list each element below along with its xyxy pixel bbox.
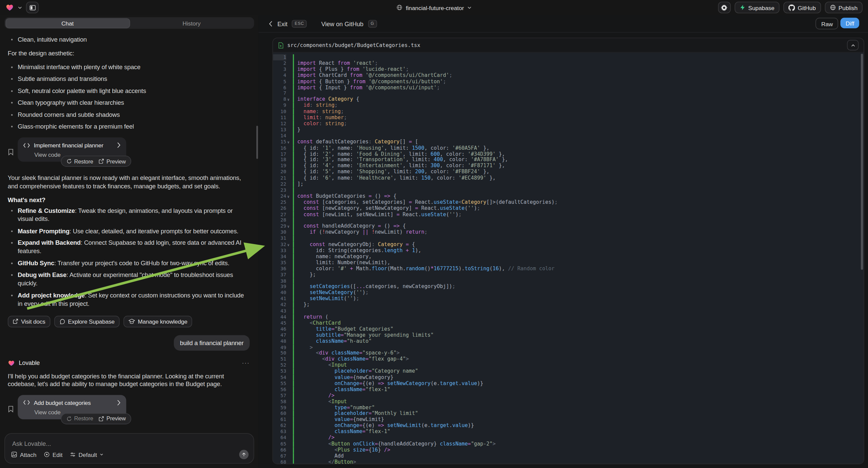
code-icon xyxy=(23,143,30,148)
line-number: 54 xyxy=(273,374,286,380)
bullet-list: Minimalist interface with plenty of whit… xyxy=(8,63,250,130)
code-line: 14 xyxy=(273,133,864,139)
code-text: const [newLimit, setNewLimit] = React.us… xyxy=(294,211,462,217)
fold-chevron-icon[interactable]: ∨ xyxy=(287,224,289,230)
code-line: 19 { id: '4', name: 'Entertainment', lim… xyxy=(273,163,864,169)
code-change-card[interactable]: Add budget categoriesView codeRestorePre… xyxy=(18,395,126,419)
restore-button[interactable]: Restore xyxy=(66,416,93,422)
lovable-heart-logo-icon[interactable] xyxy=(6,3,14,12)
code-panel: Exit esc View on GitHub G Raw Diff src/c… xyxy=(259,15,868,468)
chevron-left-icon[interactable] xyxy=(269,21,273,27)
line-number: 13 xyxy=(273,127,286,133)
file-header[interactable]: src/components/budget/BudgetCategories.t… xyxy=(273,38,864,53)
line-number: 9 xyxy=(273,103,286,109)
chat-panel: ChatHistory Clean, intuitive navigationF… xyxy=(0,15,259,468)
code-change-card[interactable]: Implement financial plannerView codeRest… xyxy=(18,137,126,162)
code-text xyxy=(294,236,297,242)
line-number: 44 xyxy=(273,314,286,320)
code-text: }; xyxy=(294,302,310,308)
file-path: src/components/budget/BudgetCategories.t… xyxy=(287,42,420,48)
chat-heading: What's next? xyxy=(8,197,250,203)
arrow-up-icon xyxy=(241,452,246,457)
bullet-list: Refine & Customize: Tweak the design, an… xyxy=(8,206,250,308)
line-number: 34 xyxy=(273,254,286,260)
project-selector[interactable]: financial-future-creator xyxy=(396,0,471,15)
line-number: 60 xyxy=(273,411,286,417)
code-line: 37 }; xyxy=(273,272,864,278)
list-item-text: Clean typography with clear hierarchies xyxy=(18,99,124,107)
heart-icon xyxy=(8,359,15,366)
line-number: 59 xyxy=(273,405,286,411)
bookmark-icon[interactable] xyxy=(8,142,14,162)
globe-icon xyxy=(396,4,402,10)
chip-manage-knowledge[interactable]: Manage knowledge xyxy=(123,316,192,327)
tab-history[interactable]: History xyxy=(130,18,253,28)
mode-selector[interactable]: Default xyxy=(70,451,104,458)
code-text xyxy=(294,133,297,139)
chat-scrollbar[interactable] xyxy=(256,126,258,159)
line-number: 33 xyxy=(273,248,286,254)
bullet-dot-icon xyxy=(11,274,13,276)
message-menu-button[interactable]: ··· xyxy=(242,359,250,366)
send-button[interactable] xyxy=(239,450,249,459)
line-number: 4 xyxy=(273,72,286,79)
toggle-sidebar-button[interactable] xyxy=(26,2,39,13)
chip-label: Manage knowledge xyxy=(138,318,188,325)
code-text: color: '#' + Math.floor(Math.random()*16… xyxy=(294,266,555,272)
fold-chevron-icon[interactable]: ∨ xyxy=(287,194,289,200)
line-number: 63 xyxy=(273,429,286,435)
edit-label: Edit xyxy=(52,451,62,458)
restore-button[interactable]: Restore xyxy=(66,158,93,164)
code-text xyxy=(294,91,297,97)
supabase-label: Supabase xyxy=(748,4,774,11)
list-item-text: Rounded corners and subtle shadows xyxy=(18,111,120,119)
code-line: 16 { id: '1', name: 'Housing', limit: 15… xyxy=(273,145,864,151)
chat-input[interactable] xyxy=(11,440,180,447)
code-scrollbar[interactable] xyxy=(861,54,863,270)
code-line: 43 xyxy=(273,308,864,314)
github-button[interactable]: GitHub xyxy=(783,2,821,13)
list-item: GitHub Sync: Transfer your project's cod… xyxy=(8,259,250,267)
fold-chevron-icon[interactable]: ∨ xyxy=(287,97,289,103)
view-on-github-button[interactable]: View on GitHub xyxy=(321,20,363,27)
bookmark-icon[interactable] xyxy=(8,399,14,419)
line-number: 37 xyxy=(273,272,286,278)
line-number: 30 xyxy=(273,230,286,236)
collapse-file-button[interactable] xyxy=(847,40,859,50)
settings-button[interactable] xyxy=(718,2,731,13)
fold-chevron-icon[interactable]: ∨ xyxy=(287,242,289,248)
preview-label: Preview xyxy=(106,158,126,164)
restore-label: Restore xyxy=(74,416,93,422)
supabase-button[interactable]: Supabase xyxy=(735,2,779,13)
chevron-down-icon[interactable] xyxy=(18,5,22,10)
exit-button[interactable]: Exit xyxy=(277,20,287,27)
code-line: 31 xyxy=(273,236,864,242)
attach-button[interactable]: Attach xyxy=(11,451,37,458)
edit-button[interactable]: Edit xyxy=(43,451,62,458)
chip-explore-supabase[interactable]: Explore Supabase xyxy=(54,316,119,327)
line-number: 3 xyxy=(273,66,286,72)
assistant-name: Lovable xyxy=(19,359,39,366)
code-line: 35 limit: Number(newLimit), xyxy=(273,260,864,266)
preview-button[interactable]: Preview xyxy=(99,158,126,164)
code-line: 41 setNewLimit(''); xyxy=(273,296,864,302)
image-attach-icon xyxy=(11,451,17,458)
code-line: 29∨ const handleAddCategory = () => { xyxy=(273,224,864,230)
publish-label: Publish xyxy=(838,4,858,11)
publish-button[interactable]: Publish xyxy=(825,2,863,13)
line-number: 46 xyxy=(273,326,286,332)
list-item: Soft, neutral color palette with light b… xyxy=(8,87,250,95)
bullet-dot-icon xyxy=(11,78,13,80)
raw-toggle-button[interactable]: Raw xyxy=(816,18,838,30)
chip-visit-docs[interactable]: Visit docs xyxy=(8,316,50,327)
list-item: Clean, intuitive navigation xyxy=(8,36,250,44)
code-line: 21 { id: '6', name: 'Healthcare', limit:… xyxy=(273,175,864,181)
diff-toggle-button[interactable]: Diff xyxy=(840,18,859,28)
line-number: 45 xyxy=(273,320,286,326)
tab-chat[interactable]: Chat xyxy=(5,18,130,28)
list-item: Rounded corners and subtle shadows xyxy=(8,111,250,119)
preview-button[interactable]: Preview xyxy=(99,416,126,422)
fold-chevron-icon[interactable]: ∨ xyxy=(287,139,289,145)
bullet-dot-icon xyxy=(11,262,13,264)
line-number: 8∨ xyxy=(273,97,286,103)
